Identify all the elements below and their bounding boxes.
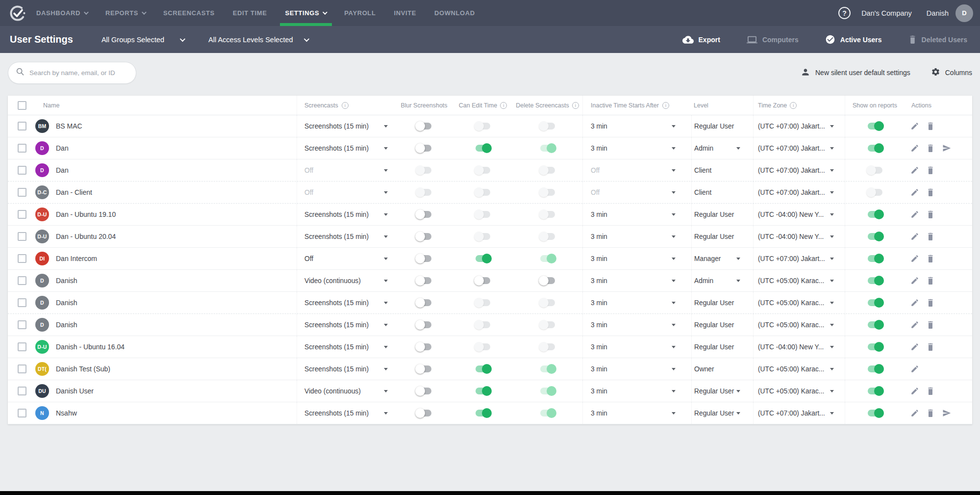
info-icon[interactable] (342, 102, 349, 109)
edit-icon[interactable] (910, 210, 919, 219)
delete-icon[interactable] (927, 188, 934, 197)
inactive-time-select[interactable]: 3 min (582, 336, 691, 358)
screencasts-select[interactable]: Off (297, 248, 395, 269)
timezone-select[interactable]: (UTC -04:00) New Y... (753, 336, 845, 358)
inactive-time-select[interactable]: 3 min (582, 115, 691, 137)
can-edit-time-toggle[interactable] (474, 165, 492, 175)
show-on-reports-toggle[interactable] (866, 254, 884, 263)
blur-screenshots-toggle[interactable] (415, 209, 433, 219)
edit-icon[interactable] (910, 320, 919, 329)
timezone-select[interactable]: (UTC +05:00) Karac... (753, 314, 845, 336)
send-icon[interactable] (942, 409, 952, 417)
inactive-time-select[interactable]: 3 min (582, 292, 691, 313)
timezone-select[interactable]: (UTC +07:00) Jakart... (753, 159, 845, 181)
user-name[interactable]: Danish (927, 9, 949, 17)
row-checkbox[interactable] (18, 342, 26, 351)
timezone-select[interactable]: (UTC +05:00) Karac... (753, 380, 845, 402)
nav-item-invite[interactable]: INVITE (394, 0, 416, 26)
delete-icon[interactable] (927, 232, 934, 241)
can-edit-time-toggle[interactable] (474, 408, 492, 418)
new-silent-user-button[interactable]: New silent user default settings (801, 67, 910, 78)
edit-icon[interactable] (910, 166, 919, 175)
inactive-time-select[interactable]: 3 min (582, 380, 691, 402)
can-edit-time-toggle[interactable] (474, 143, 492, 153)
show-on-reports-toggle[interactable] (866, 209, 884, 219)
export-button[interactable]: Export (682, 36, 720, 44)
edit-icon[interactable] (910, 144, 919, 153)
show-on-reports-toggle[interactable] (866, 232, 884, 241)
delete-icon[interactable] (927, 342, 934, 351)
show-on-reports-toggle[interactable] (866, 187, 884, 197)
show-on-reports-toggle[interactable] (866, 386, 884, 396)
screencasts-select[interactable]: Screenshots (15 min) (297, 137, 395, 159)
can-edit-time-toggle[interactable] (474, 187, 492, 197)
nav-item-download[interactable]: DOWNLOAD (434, 0, 475, 26)
screencasts-select[interactable]: Video (continuous) (297, 270, 395, 291)
filter-access-levels[interactable]: All Access Levels Selected (208, 36, 307, 44)
row-checkbox[interactable] (18, 166, 26, 175)
inactive-time-select[interactable]: 3 min (582, 314, 691, 336)
can-edit-time-toggle[interactable] (474, 320, 492, 330)
delete-icon[interactable] (927, 210, 934, 219)
screencasts-select[interactable]: Screenshots (15 min) (297, 314, 395, 336)
edit-icon[interactable] (910, 342, 919, 351)
screencasts-select[interactable]: Screenshots (15 min) (297, 204, 395, 225)
row-checkbox[interactable] (18, 298, 26, 307)
blur-screenshots-toggle[interactable] (415, 386, 433, 396)
search-input[interactable] (29, 69, 136, 77)
screencasts-select[interactable]: Off (297, 182, 395, 203)
delete-screencasts-toggle[interactable] (539, 232, 556, 241)
can-edit-time-toggle[interactable] (474, 342, 492, 352)
delete-icon[interactable] (927, 320, 934, 329)
delete-screencasts-toggle[interactable] (539, 298, 556, 308)
show-on-reports-toggle[interactable] (866, 320, 884, 330)
level-cell[interactable]: Regular User (691, 402, 753, 424)
can-edit-time-toggle[interactable] (474, 298, 492, 308)
inactive-time-select[interactable]: 3 min (582, 358, 691, 380)
blur-screenshots-toggle[interactable] (415, 408, 433, 418)
company-name[interactable]: Dan's Company (861, 9, 912, 17)
inactive-time-select[interactable]: 3 min (582, 402, 691, 424)
send-icon[interactable] (942, 144, 952, 153)
delete-screencasts-toggle[interactable] (539, 165, 556, 175)
screencasts-select[interactable]: Screenshots (15 min) (297, 358, 395, 380)
delete-screencasts-toggle[interactable] (539, 187, 556, 197)
blur-screenshots-toggle[interactable] (415, 276, 433, 286)
row-checkbox[interactable] (18, 254, 26, 263)
can-edit-time-toggle[interactable] (474, 232, 492, 241)
show-on-reports-toggle[interactable] (866, 143, 884, 153)
nav-item-payroll[interactable]: PAYROLL (344, 0, 376, 26)
can-edit-time-toggle[interactable] (474, 254, 492, 263)
nav-item-settings[interactable]: SETTINGS (285, 0, 326, 26)
row-checkbox[interactable] (18, 387, 26, 395)
show-on-reports-toggle[interactable] (866, 364, 884, 374)
row-checkbox[interactable] (18, 276, 26, 285)
nav-item-edit-time[interactable]: EDIT TIME (233, 0, 267, 26)
blur-screenshots-toggle[interactable] (415, 143, 433, 153)
timezone-select[interactable]: (UTC +07:00) Jakart... (753, 248, 845, 269)
edit-icon[interactable] (910, 122, 919, 130)
delete-screencasts-toggle[interactable] (539, 254, 556, 263)
delete-icon[interactable] (927, 144, 934, 153)
edit-icon[interactable] (910, 409, 919, 417)
row-checkbox[interactable] (18, 144, 26, 153)
select-all-checkbox[interactable] (18, 101, 26, 110)
row-checkbox[interactable] (18, 232, 26, 241)
delete-icon[interactable] (927, 409, 934, 417)
nav-item-dashboard[interactable]: DASHBOARD (36, 0, 87, 26)
screencasts-select[interactable]: Screenshots (15 min) (297, 292, 395, 313)
delete-screencasts-toggle[interactable] (539, 121, 556, 131)
delete-icon[interactable] (927, 254, 934, 263)
screencasts-select[interactable]: Screenshots (15 min) (297, 402, 395, 424)
edit-icon[interactable] (910, 276, 919, 285)
inactive-time-select[interactable]: 3 min (582, 137, 691, 159)
delete-screencasts-toggle[interactable] (539, 209, 556, 219)
timedoctor-logo-icon[interactable] (9, 4, 26, 22)
level-cell[interactable]: Admin (691, 270, 753, 291)
edit-icon[interactable] (910, 232, 919, 241)
delete-screencasts-toggle[interactable] (539, 342, 556, 352)
timezone-select[interactable]: (UTC +05:00) Karac... (753, 292, 845, 313)
timezone-select[interactable]: (UTC +07:00) Jakart... (753, 402, 845, 424)
blur-screenshots-toggle[interactable] (415, 320, 433, 330)
show-on-reports-toggle[interactable] (866, 276, 884, 286)
